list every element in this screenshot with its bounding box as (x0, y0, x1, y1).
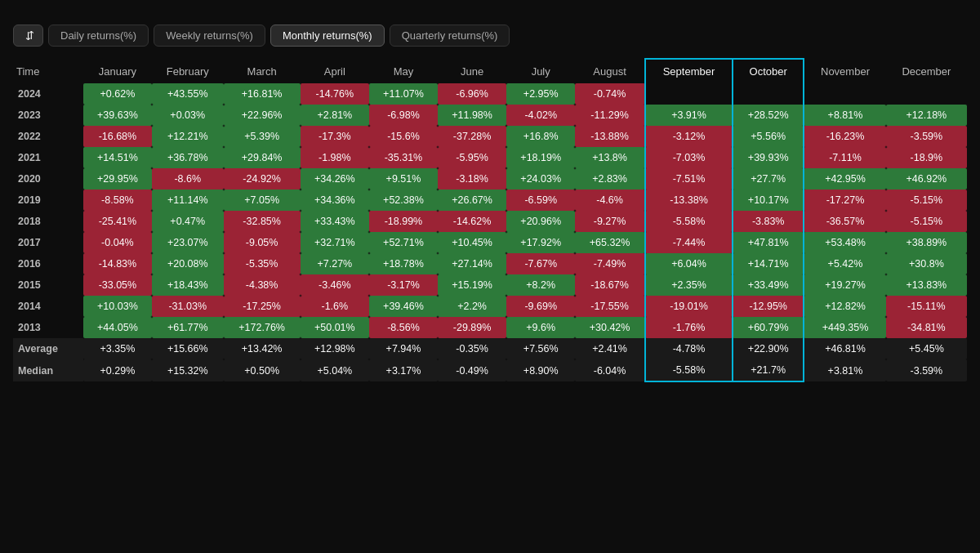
data-cell: +0.47% (152, 211, 224, 232)
median-cell: +3.81% (804, 359, 886, 381)
median-cell: +0.29% (83, 359, 152, 381)
data-cell: +34.36% (301, 190, 369, 211)
data-cell: +11.98% (438, 105, 506, 126)
data-cell: -35.31% (369, 147, 438, 168)
table-row: 2018-25.41%+0.47%-32.85%+33.43%-18.99%-1… (13, 211, 967, 232)
data-cell: +60.79% (733, 317, 804, 338)
year-cell: 2014 (13, 296, 83, 317)
data-cell: -13.88% (575, 126, 645, 147)
data-cell: -4.02% (506, 105, 575, 126)
table-row: 2015-33.05%+18.43%-4.38%-3.46%-3.17%+15.… (13, 274, 967, 296)
data-cell: +19.27% (804, 274, 886, 296)
data-cell: +18.43% (152, 274, 224, 296)
data-cell: +13.83% (886, 274, 967, 296)
data-cell: -15.11% (886, 296, 967, 317)
median-cell: -5.58% (645, 359, 733, 381)
year-cell: 2022 (13, 126, 83, 147)
data-cell: +13.8% (575, 147, 645, 168)
data-cell: -18.9% (886, 147, 967, 168)
average-label: Average (13, 338, 83, 359)
table-row: 2019-8.58%+11.14%+7.05%+34.36%+52.38%+26… (13, 190, 967, 211)
median-cell: +5.04% (301, 359, 369, 381)
data-cell: -7.51% (645, 168, 733, 190)
data-cell: -29.89% (438, 317, 506, 338)
data-cell: +7.27% (301, 253, 369, 274)
table-row: 2013+44.05%+61.77%+172.76%+50.01%-8.56%-… (13, 317, 967, 338)
data-cell: +17.92% (506, 232, 575, 253)
median-cell: -6.04% (575, 359, 645, 381)
data-cell: +29.95% (83, 168, 152, 190)
data-cell: +27.14% (438, 253, 506, 274)
data-cell: +12.18% (886, 105, 967, 126)
data-cell: +14.71% (733, 253, 804, 274)
data-cell: +20.08% (152, 253, 224, 274)
average-cell: -4.78% (645, 338, 733, 359)
data-cell: +2.35% (645, 274, 733, 296)
average-cell: +15.66% (152, 338, 224, 359)
year-cell: 2016 (13, 253, 83, 274)
data-cell: +16.8% (506, 126, 575, 147)
col-header-november: November (804, 59, 886, 83)
asset-selector[interactable]: ⇵ (13, 25, 43, 47)
data-cell: +449.35% (804, 317, 886, 338)
data-cell: +12.21% (152, 126, 224, 147)
data-cell: -15.6% (369, 126, 438, 147)
data-cell: -18.99% (369, 211, 438, 232)
average-row: Average+3.35%+15.66%+13.42%+12.98%+7.94%… (13, 338, 967, 359)
average-cell: +22.90% (733, 338, 804, 359)
year-cell: 2019 (13, 190, 83, 211)
data-cell: -24.92% (224, 168, 301, 190)
tab-quarterly-returns---[interactable]: Quarterly returns(%) (390, 25, 510, 47)
data-cell: +44.05% (83, 317, 152, 338)
data-cell: +27.7% (733, 168, 804, 190)
data-cell: -9.05% (224, 232, 301, 253)
table-row: 2024+0.62%+43.55%+16.81%-14.76%+11.07%-6… (13, 83, 967, 105)
data-cell: +14.51% (83, 147, 152, 168)
data-cell: +10.45% (438, 232, 506, 253)
year-cell: 2018 (13, 211, 83, 232)
data-cell: -7.49% (575, 253, 645, 274)
data-cell (733, 83, 804, 105)
col-header-april: April (301, 59, 369, 83)
data-cell: +16.81% (224, 83, 301, 105)
col-header-july: July (506, 59, 575, 83)
data-cell: -1.6% (301, 296, 369, 317)
data-cell: -17.3% (301, 126, 369, 147)
table-row: 2020+29.95%-8.6%-24.92%+34.26%+9.51%-3.1… (13, 168, 967, 190)
col-header-may: May (369, 59, 438, 83)
data-cell: -33.05% (83, 274, 152, 296)
median-cell: +3.17% (369, 359, 438, 381)
average-cell: +7.56% (506, 338, 575, 359)
data-cell: +34.26% (301, 168, 369, 190)
data-cell: -34.81% (886, 317, 967, 338)
data-cell: -18.67% (575, 274, 645, 296)
data-cell: +33.49% (733, 274, 804, 296)
table-row: 2022-16.68%+12.21%+5.39%-17.3%-15.6%-37.… (13, 126, 967, 147)
data-cell: -12.95% (733, 296, 804, 317)
returns-table: TimeJanuaryFebruaryMarchAprilMayJuneJuly… (13, 58, 967, 382)
data-cell: +10.17% (733, 190, 804, 211)
data-cell: +30.42% (575, 317, 645, 338)
data-cell: +53.48% (804, 232, 886, 253)
data-cell: -14.76% (301, 83, 369, 105)
median-cell: +8.90% (506, 359, 575, 381)
tab-weekly-returns---[interactable]: Weekly returns(%) (154, 25, 265, 47)
returns-table-wrapper: TimeJanuaryFebruaryMarchAprilMayJuneJuly… (13, 58, 967, 382)
data-cell: +18.78% (369, 253, 438, 274)
data-cell: +2.95% (506, 83, 575, 105)
tab-monthly-returns---[interactable]: Monthly returns(%) (270, 25, 385, 47)
tab-daily-returns---[interactable]: Daily returns(%) (48, 25, 149, 47)
data-cell: +43.55% (152, 83, 224, 105)
table-row: 2016-14.83%+20.08%-5.35%+7.27%+18.78%+27… (13, 253, 967, 274)
data-cell: +3.91% (645, 105, 733, 126)
median-cell: +15.32% (152, 359, 224, 381)
average-cell: +2.41% (575, 338, 645, 359)
average-cell: -0.35% (438, 338, 506, 359)
data-cell: -7.03% (645, 147, 733, 168)
data-cell: -14.62% (438, 211, 506, 232)
data-cell: +26.67% (438, 190, 506, 211)
data-cell: -3.18% (438, 168, 506, 190)
data-cell: -9.27% (575, 211, 645, 232)
data-cell: +22.96% (224, 105, 301, 126)
year-cell: 2023 (13, 105, 83, 126)
